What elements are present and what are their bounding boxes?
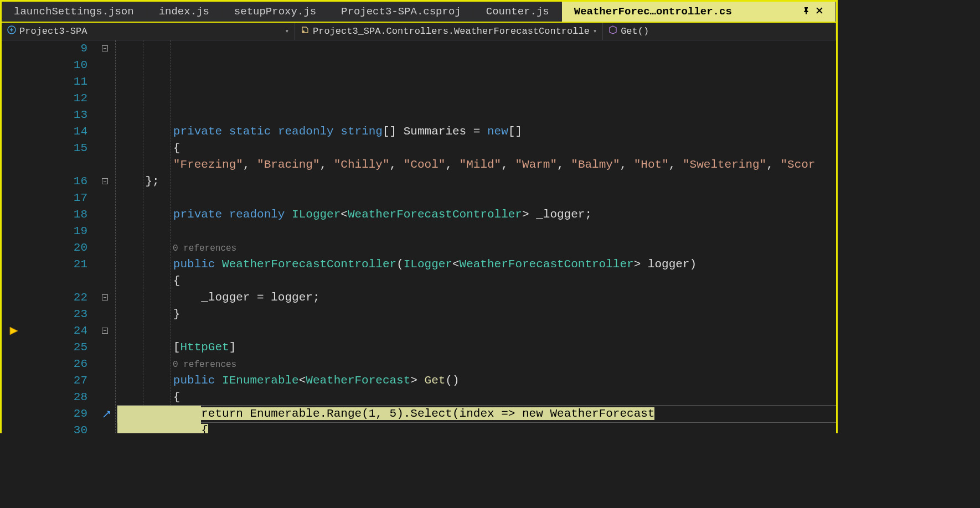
code-editor[interactable]: 9101112131415161718192021222324252627282… bbox=[2, 40, 836, 433]
code-line[interactable]: { bbox=[117, 140, 836, 157]
breadcrumb-member-label: Get() bbox=[621, 26, 649, 37]
tab-csproj[interactable]: Project3-SPA.csproj bbox=[329, 2, 474, 22]
code-line[interactable]: public WeatherForecastController(ILogger… bbox=[117, 256, 836, 273]
code-line[interactable]: { bbox=[117, 273, 836, 289]
indent-guide bbox=[115, 40, 116, 433]
lightbulb-icon[interactable] bbox=[102, 409, 111, 426]
class-icon bbox=[301, 25, 310, 37]
line-number: 22 bbox=[27, 289, 87, 306]
fold-margin bbox=[99, 40, 115, 433]
fold-toggle[interactable] bbox=[102, 294, 108, 300]
method-icon bbox=[608, 25, 617, 37]
line-number: 23 bbox=[27, 306, 87, 323]
execution-pointer-icon bbox=[8, 325, 20, 337]
line-number: 24 bbox=[27, 323, 87, 339]
glyph-margin bbox=[2, 40, 27, 433]
code-line[interactable]: return Enumerable.Range(1, 5).Select(ind… bbox=[117, 406, 836, 422]
breadcrumb-project-label: Project3-SPA bbox=[19, 26, 87, 37]
line-number: 18 bbox=[27, 206, 87, 223]
tab-setupproxy[interactable]: setupProxy.js bbox=[222, 2, 329, 22]
line-number: 15 bbox=[27, 140, 87, 157]
breadcrumb-member[interactable]: Get() bbox=[603, 23, 836, 40]
tab-index-js[interactable]: index.js bbox=[147, 2, 222, 22]
line-number: 21 bbox=[27, 256, 87, 273]
code-line[interactable]: private readonly ILogger<WeatherForecast… bbox=[117, 206, 836, 223]
tab-weatherforecastcontroller[interactable]: WeatherForec…ontroller.cs bbox=[562, 2, 836, 22]
line-number: 14 bbox=[27, 123, 87, 140]
breadcrumb-project[interactable]: Project3-SPA ▾ bbox=[2, 23, 295, 40]
line-number: 10 bbox=[27, 57, 87, 74]
editor-window: launchSettings.json index.js setupProxy.… bbox=[0, 0, 838, 433]
line-number: 11 bbox=[27, 74, 87, 90]
code-line[interactable] bbox=[117, 223, 836, 240]
line-numbers: 9101112131415161718192021222324252627282… bbox=[27, 40, 99, 433]
code-line[interactable]: "Freezing", "Bracing", "Chilly", "Cool",… bbox=[117, 157, 836, 173]
breadcrumb: Project3-SPA ▾ Project3_SPA.Controllers.… bbox=[2, 23, 836, 40]
line-number: 20 bbox=[27, 240, 87, 256]
close-icon[interactable] bbox=[816, 7, 823, 17]
chevron-down-icon: ▾ bbox=[285, 27, 289, 35]
pin-icon[interactable] bbox=[802, 7, 810, 17]
code-line[interactable] bbox=[117, 323, 836, 339]
fold-toggle[interactable] bbox=[102, 328, 108, 334]
code-line[interactable]: { bbox=[117, 389, 836, 406]
line-number: 26 bbox=[27, 356, 87, 372]
code-line[interactable]: }; bbox=[117, 173, 836, 190]
code-line[interactable]: { bbox=[117, 422, 836, 433]
line-number: 12 bbox=[27, 90, 87, 107]
code-line[interactable]: public IEnumerable<WeatherForecast> Get(… bbox=[117, 372, 836, 389]
line-number: 13 bbox=[27, 107, 87, 123]
line-number: 17 bbox=[27, 190, 87, 206]
line-number: 25 bbox=[27, 339, 87, 356]
line-number: 27 bbox=[27, 372, 87, 389]
codelens-references[interactable]: 0 references bbox=[117, 360, 236, 370]
breadcrumb-namespace-label: Project3_SPA.Controllers.WeatherForecast… bbox=[313, 26, 590, 37]
tab-launchsettings[interactable]: launchSettings.json bbox=[2, 2, 147, 22]
line-number: 29 bbox=[27, 406, 87, 422]
code-line[interactable]: } bbox=[117, 306, 836, 323]
csharp-project-icon bbox=[7, 25, 16, 37]
code-line[interactable]: private static readonly string[] Summari… bbox=[117, 123, 836, 140]
code-line[interactable] bbox=[117, 190, 836, 206]
svg-point-1 bbox=[302, 30, 305, 33]
tab-counter[interactable]: Counter.js bbox=[474, 2, 562, 22]
code-line[interactable]: [HttpGet] bbox=[117, 339, 836, 356]
tab-bar: launchSettings.json index.js setupProxy.… bbox=[2, 2, 836, 23]
tab-label: WeatherForec…ontroller.cs bbox=[574, 6, 732, 18]
line-number: 19 bbox=[27, 223, 87, 240]
line-number: 28 bbox=[27, 389, 87, 406]
code-line[interactable]: _logger = logger; bbox=[117, 289, 836, 306]
code-area[interactable]: private static readonly string[] Summari… bbox=[115, 40, 836, 433]
chevron-down-icon: ▾ bbox=[593, 27, 597, 35]
line-number: 16 bbox=[27, 173, 87, 190]
codelens-references[interactable]: 0 references bbox=[117, 243, 236, 253]
line-number: 30 bbox=[27, 422, 87, 433]
line-number: 9 bbox=[27, 40, 87, 57]
breadcrumb-namespace[interactable]: Project3_SPA.Controllers.WeatherForecast… bbox=[295, 23, 603, 40]
fold-toggle[interactable] bbox=[102, 45, 108, 51]
fold-toggle[interactable] bbox=[102, 178, 108, 184]
